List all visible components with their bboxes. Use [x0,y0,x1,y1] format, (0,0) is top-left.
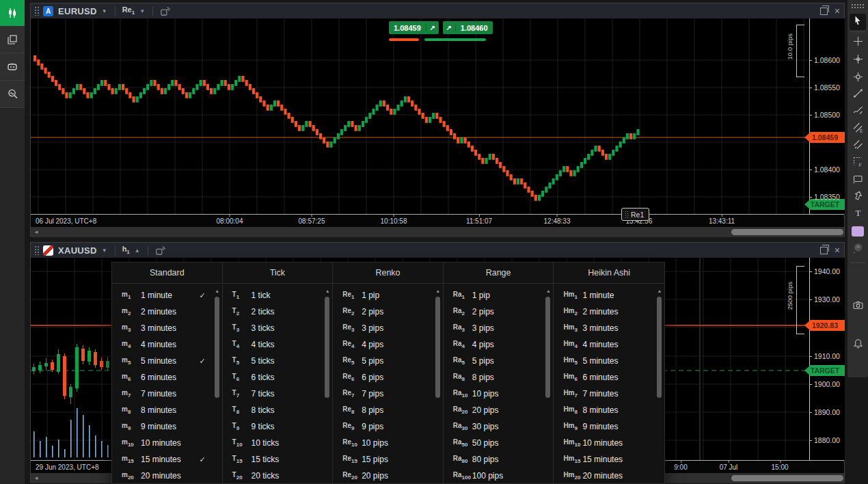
menu-item-m5[interactable]: m55 minutes✓ [112,353,222,369]
scroll-left-icon[interactable]: ◄ [33,229,39,235]
menu-item-hm5[interactable]: Hm55 minutes [554,353,664,369]
menu-item-ra1[interactable]: Ra11 pip [444,287,554,304]
scrollbar-thumb[interactable] [325,297,329,398]
menu-item-t4[interactable]: T44 ticks [223,336,333,353]
menu-item-ra20[interactable]: Ra2020 pips [444,402,554,418]
arrow-shape-tool[interactable] [851,190,865,204]
menu-item-hm3[interactable]: Hm33 minutes [554,320,664,336]
renko-chart-plot[interactable]: 1.08459 ↗ ↗ 1.08460 10.0 pips [31,18,809,214]
menu-item-hm2[interactable]: Hm22 minutes [554,304,664,320]
drag-handle-icon[interactable] [34,245,39,255]
menu-item-hm1[interactable]: Hm11 minute [554,287,664,304]
chart-link-icon[interactable] [160,6,170,16]
menu-item-hm7[interactable]: Hm77 minutes [554,386,664,402]
pip-ruler[interactable] [796,266,804,334]
menu-item-re3[interactable]: Re33 pips [333,320,443,336]
symbol-dropdown-icon[interactable]: ▼ [102,247,107,254]
pointer-tool[interactable] [850,14,866,30]
menu-item-ra8[interactable]: Ra88 pips [444,369,554,386]
menu-item-m7[interactable]: m77 minutes [112,386,222,402]
crosshair-tool[interactable] [851,36,865,49]
menu-item-re2[interactable]: Re22 pips [333,304,443,320]
scroll-up-icon[interactable]: ▲ [435,288,442,293]
price-axis[interactable]: 1920.83 TARGET 1940.001930.001910.001900… [809,258,845,460]
price-axis[interactable]: 1.08459 TARGET 1.086001.085501.085001.08… [809,18,845,214]
timeframe-dropdown-icon[interactable]: ▼ [139,8,145,14]
scroll-left-icon[interactable]: ◄ [33,475,39,481]
restore-window-icon[interactable] [820,247,828,254]
close-window-icon[interactable]: × [835,245,840,255]
menu-item-re7[interactable]: Re77 pips [333,386,443,402]
menu-item-t2[interactable]: T22 ticks [223,304,333,320]
sidebar-item-charts[interactable] [0,0,25,26]
menu-item-m9[interactable]: m99 minutes [112,418,222,435]
menu-item-ra100[interactable]: Ra100100 pips [444,468,554,483]
menu-item-ra3[interactable]: Ra33 pips [444,320,554,336]
rectangle-shape-tool[interactable] [851,173,865,187]
menu-item-m20[interactable]: m2020 minutes [112,468,222,483]
sidebar-item-bots[interactable] [0,53,25,81]
sidebar-item-analyze[interactable] [0,81,25,108]
fibonacci-tool[interactable]: F [851,156,865,170]
menu-item-m6[interactable]: m66 minutes [112,369,222,386]
scrollbar-thumb[interactable] [731,475,843,481]
sell-button[interactable]: 1.08459 ↗ [389,21,439,34]
menu-item-hm15[interactable]: Hm1515 minutes [554,451,664,468]
menu-item-t6[interactable]: T66 ticks [223,369,333,386]
menu-item-t15[interactable]: T1515 ticks [223,451,333,468]
text-tool-tool[interactable]: T [851,207,865,221]
menu-item-re6[interactable]: Re66 pips [333,369,443,386]
menu-item-ra2[interactable]: Ra22 pips [444,304,554,320]
drag-dots-icon[interactable] [625,211,628,218]
menu-item-hm4[interactable]: Hm44 minutes [554,336,664,353]
menu-item-t7[interactable]: T77 ticks [223,386,333,402]
menu-item-ra10[interactable]: Ra1010 pips [444,386,554,402]
menu-item-t10[interactable]: T1010 ticks [223,435,333,451]
menu-item-re8[interactable]: Re88 pips [333,402,443,418]
chart-link-icon[interactable] [155,245,165,256]
menu-item-t1[interactable]: T11 tick [223,287,333,304]
column-scrollbar[interactable]: ▲ [545,288,552,482]
menu-item-m10[interactable]: m1010 minutes [112,435,222,451]
equidistant-channel-tool[interactable]: E [851,122,865,135]
scrollbar-thumb[interactable] [435,297,440,398]
time-axis[interactable]: 06 Jul 2023, UTC+8 08:00:0408:57:2510:10… [31,214,844,228]
menu-item-m1[interactable]: m11 minute✓ [112,287,222,304]
menu-item-re1[interactable]: Re11 pip [333,287,443,304]
menu-item-m3[interactable]: m33 minutes [112,320,222,336]
timeframe-button[interactable]: h1 [122,245,130,255]
drag-handle-icon[interactable] [34,6,39,16]
buy-button[interactable]: ↗ 1.08460 [443,21,493,34]
menu-item-m4[interactable]: m44 minutes [112,336,222,353]
scrollbar-thumb[interactable] [657,297,662,398]
crosshair-snap-tool[interactable] [851,53,865,67]
column-scrollbar[interactable]: ▲ [656,288,663,482]
scroll-up-icon[interactable]: ▲ [656,288,663,293]
scroll-up-icon[interactable]: ▲ [324,288,331,293]
menu-item-ra5[interactable]: Ra55 pips [444,353,554,369]
trend-line-tool[interactable] [851,88,865,101]
column-scrollbar[interactable]: ▲ [435,288,442,482]
menu-item-t9[interactable]: T99 ticks [223,418,333,435]
menu-item-re4[interactable]: Re44 pips [333,336,443,353]
menu-item-ra30[interactable]: Ra3030 pips [444,418,554,435]
scroll-up-icon[interactable]: ▲ [545,288,552,293]
instrument-logo[interactable]: A [43,6,53,16]
magnet-mode-tool[interactable] [851,71,865,85]
menu-item-re20[interactable]: Re2020 pips [333,468,443,483]
menu-item-hm6[interactable]: Hm66 minutes [554,369,664,386]
parallel-lines-tool[interactable] [851,139,865,152]
menu-item-ra50[interactable]: Ra5050 pips [444,435,554,451]
horizontal-scrollbar[interactable]: ◄ ► [31,227,844,237]
menu-item-re5[interactable]: Re55 pips [333,353,443,369]
column-scrollbar[interactable]: ▲ [214,288,221,482]
pip-ruler[interactable] [796,25,804,77]
timeframe-button[interactable]: Re1 [122,5,135,16]
alerts-tool[interactable] [851,338,865,351]
scroll-up-icon[interactable]: ▲ [214,288,221,293]
timeframe-dropdown-open-icon[interactable]: ▲ [135,247,140,254]
menu-item-re10[interactable]: Re1010 pips [333,435,443,451]
symbol-dropdown-icon[interactable]: ▼ [102,8,107,14]
menu-item-ra4[interactable]: Ra44 pips [444,336,554,353]
target-badge[interactable]: TARGET [804,365,845,376]
